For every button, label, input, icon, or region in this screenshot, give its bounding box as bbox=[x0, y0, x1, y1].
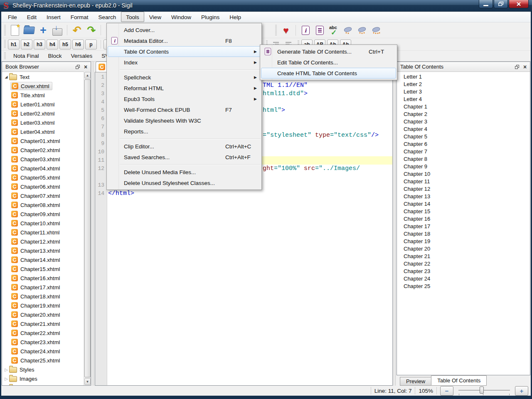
menu-tools[interactable]: Tools bbox=[121, 12, 144, 22]
new-file-button[interactable]: ★ bbox=[8, 24, 22, 37]
tree-folder-images[interactable]: ▷Images bbox=[2, 374, 83, 383]
tree-file-chapter11-xhtml[interactable]: Chapter11.xhtml bbox=[2, 228, 83, 237]
zoom-in-button[interactable]: + bbox=[515, 386, 528, 396]
toc-entry-chapter-2[interactable]: Chapter 2 bbox=[397, 111, 530, 118]
toc-entry-chapter-16[interactable]: Chapter 16 bbox=[397, 215, 530, 223]
clip-block[interactable]: Block bbox=[44, 52, 66, 60]
heading-h5-button[interactable]: h5 bbox=[59, 39, 71, 49]
add-existing-button[interactable]: + bbox=[36, 24, 50, 37]
tree-file-chapter03-xhtml[interactable]: Chapter03.xhtml bbox=[2, 155, 83, 164]
tree-file-chapter12-xhtml[interactable]: Chapter12.xhtml bbox=[2, 237, 83, 246]
spellcheck-next-3-button[interactable] bbox=[369, 24, 383, 37]
toc-entry-chapter-10[interactable]: Chapter 10 bbox=[397, 170, 530, 178]
collapsed-arrow-icon[interactable]: ▷ bbox=[3, 377, 9, 381]
tree-file-cover-xhtml[interactable]: Cover.xhtml bbox=[2, 81, 83, 91]
toc-entry-letter-3[interactable]: Letter 3 bbox=[397, 88, 530, 96]
tree-file-chapter16-xhtml[interactable]: Chapter16.xhtml bbox=[2, 273, 83, 283]
toc-entry-chapter-20[interactable]: Chapter 20 bbox=[397, 245, 530, 253]
menu-format[interactable]: Format bbox=[66, 12, 94, 22]
toc-entry-chapter-18[interactable]: Chapter 18 bbox=[397, 230, 530, 238]
tree-file-chapter17-xhtml[interactable]: Chapter17.xhtml bbox=[2, 283, 83, 292]
tree-file-chapter06-xhtml[interactable]: Chapter06.xhtml bbox=[2, 182, 83, 191]
menu-item-table-of-contents[interactable]: Table Of Contents▶ bbox=[108, 46, 261, 57]
menu-item-reformat-html[interactable]: Reformat HTML▶ bbox=[108, 83, 261, 94]
menu-item-spellcheck[interactable]: Spellcheck▶ bbox=[108, 72, 261, 83]
tree-file-chapter08-xhtml[interactable]: Chapter08.xhtml bbox=[2, 200, 83, 209]
dock-tab-preview[interactable]: Preview bbox=[400, 377, 431, 386]
menu-view[interactable]: View bbox=[144, 12, 166, 22]
heading-h4-button[interactable]: h4 bbox=[47, 39, 58, 49]
tree-file-chapter07-xhtml[interactable]: Chapter07.xhtml bbox=[2, 191, 83, 200]
toc-entry-letter-1[interactable]: Letter 1 bbox=[397, 73, 530, 81]
tree-file-letter01-xhtml[interactable]: Letter01.xhtml bbox=[2, 100, 83, 109]
toc-entry-chapter-14[interactable]: Chapter 14 bbox=[397, 200, 530, 208]
toc-entry-chapter-8[interactable]: Chapter 8 bbox=[397, 155, 530, 163]
toc-entry-chapter-7[interactable]: Chapter 7 bbox=[397, 148, 530, 155]
zoom-slider-handle[interactable] bbox=[480, 387, 484, 394]
tree-file-chapter18-xhtml[interactable]: Chapter18.xhtml bbox=[2, 292, 83, 301]
redo-button[interactable]: ↷ bbox=[84, 24, 98, 37]
tree-file-letter03-xhtml[interactable]: Letter03.xhtml bbox=[2, 118, 83, 127]
tree-folder-styles[interactable]: ▷Styles bbox=[2, 365, 83, 374]
menu-item-index[interactable]: Index▶ bbox=[108, 57, 261, 68]
tree-file-chapter25-xhtml[interactable]: Chapter25.xhtml bbox=[2, 356, 83, 365]
tree-file-chapter10-xhtml[interactable]: Chapter10.xhtml bbox=[2, 219, 83, 228]
toc-entry-chapter-23[interactable]: Chapter 23 bbox=[397, 268, 530, 275]
tree-file-chapter21-xhtml[interactable]: Chapter21.xhtml bbox=[2, 319, 83, 328]
toc-entry-chapter-9[interactable]: Chapter 9 bbox=[397, 163, 530, 170]
toolbar-drag-handle[interactable] bbox=[275, 25, 277, 36]
scroll-down-button[interactable]: ▼ bbox=[84, 378, 91, 385]
menu-insert[interactable]: Insert bbox=[42, 12, 66, 22]
tree-file-chapter01-xhtml[interactable]: Chapter01.xhtml bbox=[2, 136, 83, 145]
undo-button[interactable]: ↶ bbox=[70, 24, 84, 37]
toc-entry-chapter-17[interactable]: Chapter 17 bbox=[397, 223, 530, 230]
scrollbar-thumb[interactable] bbox=[84, 79, 91, 377]
toc-entry-chapter-13[interactable]: Chapter 13 bbox=[397, 193, 530, 200]
tree-file-title-xhtml[interactable]: Title.xhtml bbox=[2, 91, 83, 100]
menu-item-validate-stylesheets-with-w3c[interactable]: Validate Stylesheets With W3C bbox=[108, 115, 261, 126]
zoom-out-button[interactable]: − bbox=[440, 386, 453, 396]
toc-editor-button[interactable] bbox=[313, 24, 327, 37]
toc-entry-chapter-1[interactable]: Chapter 1 bbox=[397, 103, 530, 111]
minimize-button[interactable] bbox=[479, 0, 493, 8]
menu-item-epub3-tools[interactable]: Epub3 Tools▶ bbox=[108, 94, 261, 104]
toc-entry-chapter-3[interactable]: Chapter 3 bbox=[397, 118, 530, 126]
toc-entry-letter-4[interactable]: Letter 4 bbox=[397, 96, 530, 103]
menu-item-add-cover[interactable]: Add Cover... bbox=[108, 25, 261, 35]
toc-entry-chapter-4[interactable]: Chapter 4 bbox=[397, 126, 530, 133]
toc-entry-chapter-21[interactable]: Chapter 21 bbox=[397, 253, 530, 260]
tree-file-letter02-xhtml[interactable]: Letter02.xhtml bbox=[2, 109, 83, 118]
tree-folder-partial[interactable]: ▷ bbox=[2, 383, 83, 385]
menu-window[interactable]: Window bbox=[166, 12, 196, 22]
toc-entry-letter-2[interactable]: Letter 2 bbox=[397, 81, 530, 88]
tree-file-chapter19-xhtml[interactable]: Chapter19.xhtml bbox=[2, 301, 83, 310]
menu-item-delete-unused-media-files[interactable]: Delete Unused Media Files... bbox=[108, 167, 261, 177]
menu-file[interactable]: File bbox=[3, 12, 22, 22]
splitter-right[interactable] bbox=[393, 62, 397, 386]
tree-file-chapter22-xhtml[interactable]: Chapter22.xhtml bbox=[2, 328, 83, 337]
menu-item-create-html-table-of-contents[interactable]: Create HTML Table Of Contents bbox=[261, 68, 396, 79]
tree-file-chapter02-xhtml[interactable]: Chapter02.xhtml bbox=[2, 145, 83, 155]
float-panel-button[interactable] bbox=[514, 64, 520, 70]
collapsed-arrow-icon[interactable]: ▷ bbox=[3, 367, 9, 372]
toc-entry-chapter-19[interactable]: Chapter 19 bbox=[397, 238, 530, 245]
toolbar-drag-handle[interactable] bbox=[4, 25, 6, 36]
menu-item-edit-table-of-contents[interactable]: Edit Table Of Contents... bbox=[261, 57, 396, 68]
menu-plugins[interactable]: Plugins bbox=[196, 12, 224, 22]
close-panel-button[interactable]: × bbox=[82, 64, 89, 70]
float-panel-button[interactable] bbox=[74, 64, 81, 70]
close-button[interactable]: × bbox=[509, 0, 529, 8]
heading-h1-button[interactable]: h1 bbox=[8, 39, 20, 49]
menu-help[interactable]: Help bbox=[224, 12, 246, 22]
toc-entry-chapter-15[interactable]: Chapter 15 bbox=[397, 208, 530, 215]
menu-item-reports[interactable]: Reports... bbox=[108, 126, 261, 137]
toc-list[interactable]: Letter 1Letter 2Letter 3Letter 4Chapter … bbox=[397, 71, 530, 375]
clip-nota-final[interactable]: Nota Final bbox=[10, 52, 43, 60]
splitter-left[interactable] bbox=[91, 62, 95, 386]
tree-file-chapter04-xhtml[interactable]: Chapter04.xhtml bbox=[2, 164, 83, 173]
dock-tab-table-of-contents[interactable]: Table Of Contents bbox=[431, 375, 487, 386]
spellcheck-next-1-button[interactable] bbox=[341, 24, 355, 37]
heading-h6-button[interactable]: h6 bbox=[72, 39, 84, 49]
toolbar-drag-handle[interactable] bbox=[4, 52, 6, 60]
menu-edit[interactable]: Edit bbox=[22, 12, 42, 22]
